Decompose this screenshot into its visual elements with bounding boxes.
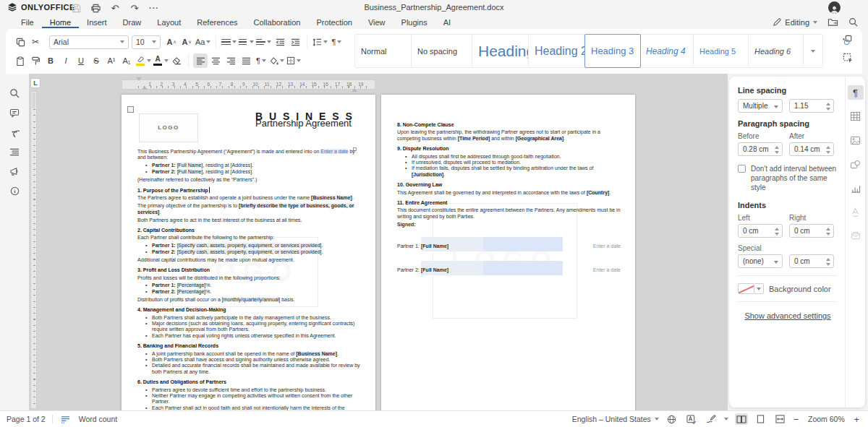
line-spacing-value[interactable]: 1.15 [789, 99, 834, 113]
horizontal-ruler[interactable]: 12345678910111213141516171819 [122, 79, 375, 90]
signature-row[interactable]: Partner 2:[Full Name]Enter a date [397, 261, 621, 275]
paragraph-settings-icon[interactable]: ¶ [848, 85, 864, 100]
chart-settings-icon[interactable] [848, 181, 864, 195]
section-heading[interactable]: 5. Banking and Financial Records [137, 343, 361, 349]
menu-references[interactable]: References [189, 17, 245, 28]
bold-icon[interactable]: B [43, 53, 58, 68]
align-justify-icon[interactable] [239, 53, 253, 68]
replace-icon[interactable] [843, 35, 854, 46]
show-advanced-settings-link[interactable]: Show advanced settings [738, 311, 838, 320]
spacing-before-field[interactable]: 0.28 cm [738, 142, 783, 156]
paragraph[interactable]: Each Partner shall contribute the follow… [137, 235, 361, 241]
spell-checking-icon[interactable] [685, 413, 698, 425]
increase-font-icon[interactable]: A˄ [164, 35, 179, 49]
menu-view[interactable]: View [360, 17, 393, 28]
bullet-list[interactable]: •Partner 1: [Specify cash, assets, prope… [137, 243, 361, 255]
menu-collaboration[interactable]: Collaboration [246, 17, 309, 28]
copy-icon[interactable] [13, 35, 27, 49]
mail-merge-icon[interactable] [848, 228, 864, 243]
line-spacing-select[interactable]: Multiple [738, 99, 783, 113]
underline-icon[interactable]: U [74, 53, 88, 68]
image-settings-icon[interactable] [848, 133, 864, 147]
section-heading[interactable]: 8. Non-Compete Clause [397, 122, 621, 128]
fit-width-icon[interactable] [774, 413, 787, 425]
bullet-item[interactable]: •Each Partner has equal voting rights un… [137, 333, 361, 339]
signature-name-placeholder[interactable]: [Full Name] [421, 237, 483, 251]
signature-field[interactable] [483, 261, 563, 275]
paragraph[interactable]: Upon leaving the partnership, the withdr… [397, 129, 621, 142]
paragraph[interactable]: This Business Partnership Agreement (“Ag… [137, 149, 361, 161]
bullet-item[interactable]: •Partner 1: [Full Name], residing at [Ad… [137, 163, 361, 168]
paste-icon[interactable] [13, 53, 27, 68]
open-file-location-icon[interactable] [827, 17, 838, 27]
paragraph[interactable]: Additional capital contributions may be … [137, 257, 361, 263]
styles-more-chevron[interactable] [804, 35, 822, 67]
align-left-icon[interactable] [193, 53, 208, 68]
style-heading-5[interactable]: Heading 5 [694, 35, 749, 67]
font-color-chevron[interactable] [164, 59, 169, 62]
headings-navigation-icon[interactable] [7, 145, 22, 158]
table-move-handle-icon[interactable] [127, 106, 134, 113]
section-heading[interactable]: 9. Dispute Resolution [397, 146, 621, 152]
menu-draw[interactable]: Draw [115, 17, 150, 28]
shading-icon[interactable] [269, 53, 285, 68]
chat-icon[interactable] [7, 126, 22, 139]
paragraph[interactable]: Profits and losses will be distributed i… [137, 275, 361, 281]
vertical-ruler[interactable] [30, 91, 37, 409]
clear-style-icon[interactable] [169, 53, 184, 68]
menu-layout[interactable]: Layout [149, 17, 189, 28]
subscript-icon[interactable]: A₁ [119, 53, 134, 68]
bullet-list[interactable]: •Partner 1: [Full Name], residing at [Ad… [137, 163, 361, 175]
editing-mode-dropdown[interactable]: Editing [773, 18, 817, 27]
menu-home[interactable]: Home [42, 17, 79, 28]
bullet-item[interactable]: •If mediation fails, disputes shall be s… [397, 165, 621, 178]
indent-right-field[interactable]: 0 cm [789, 224, 834, 238]
section-heading[interactable]: 4. Management and Decision-Making [137, 307, 361, 313]
section-heading[interactable]: 11. Entire Agreement [397, 200, 621, 206]
style-heading-3-selected[interactable]: Heading 3 [584, 34, 641, 68]
bullet-item[interactable]: •Each Partner shall act in good faith an… [137, 405, 361, 410]
date-field[interactable]: Enter a date [593, 261, 621, 275]
paragraph[interactable]: This Agreement shall be governed by and … [397, 190, 621, 196]
style-no-spacing[interactable]: No spacing [412, 35, 472, 67]
date-field[interactable]: Enter a date [593, 237, 621, 251]
document-language-icon[interactable] [665, 413, 678, 425]
italic-icon[interactable]: I [59, 53, 73, 68]
bullet-item[interactable]: •Neither Partner may engage in competing… [137, 393, 361, 405]
zoom-level[interactable]: Zoom 60% [805, 415, 847, 423]
bullet-item[interactable]: •Partner 2: [Specify cash, assets, prope… [137, 249, 361, 255]
section-heading[interactable]: 2. Capital Contributions [137, 228, 361, 233]
align-right-icon[interactable] [224, 53, 238, 68]
table-settings-icon[interactable] [848, 109, 864, 124]
format-painter-icon[interactable] [28, 53, 43, 68]
paragraph[interactable]: The primary objective of the partnership… [137, 203, 361, 215]
paragraph[interactable]: The Partners agree to establish and oper… [137, 195, 361, 201]
style-normal[interactable]: Normal [355, 35, 412, 67]
document-workspace[interactable]: L 12345678910111213141516171819 LOGO LOG… [29, 74, 728, 410]
bullet-item[interactable]: •Both Partners shall actively participat… [137, 315, 361, 321]
document-heading[interactable]: B U S I N E S S Partnership Agreement [255, 113, 354, 142]
word-count-button[interactable]: Word count [79, 415, 118, 423]
bullet-item[interactable]: •Major decisions (such as obtaining loan… [137, 321, 361, 333]
decrease-indent-icon[interactable] [273, 35, 287, 49]
shape-settings-icon[interactable] [848, 157, 864, 171]
bullet-item[interactable]: •Partner 1: [Specify cash, assets, prope… [137, 243, 361, 249]
background-color-chevron[interactable] [754, 283, 764, 294]
indent-markers[interactable] [136, 81, 148, 86]
logo-placeholder[interactable]: LOGO [139, 113, 198, 142]
superscript-icon[interactable]: A¹ [104, 53, 119, 68]
paragraph[interactable]: (Hereinafter referred to collectively as… [137, 177, 361, 183]
nonprinting-chars-icon[interactable]: ¶ [329, 35, 344, 49]
menu-ai[interactable]: AI [435, 17, 459, 28]
text-art-settings-icon[interactable] [848, 204, 864, 219]
special-indent-value[interactable]: 0 cm [789, 254, 834, 268]
indent-left-field[interactable]: 0 cm [738, 224, 783, 238]
highlight-color-icon[interactable] [135, 53, 146, 68]
align-center-icon[interactable] [208, 53, 223, 68]
style-heading-2[interactable]: Heading 2 [529, 35, 585, 67]
style-heading-4[interactable]: Heading 4 [640, 35, 694, 67]
feedback-icon[interactable] [7, 165, 22, 178]
spacing-after-field[interactable]: 0.14 cm [789, 142, 834, 156]
style-heading-6[interactable]: Heading 6 [749, 35, 804, 67]
bullet-item[interactable]: •A joint partnership bank account shall … [137, 351, 361, 357]
